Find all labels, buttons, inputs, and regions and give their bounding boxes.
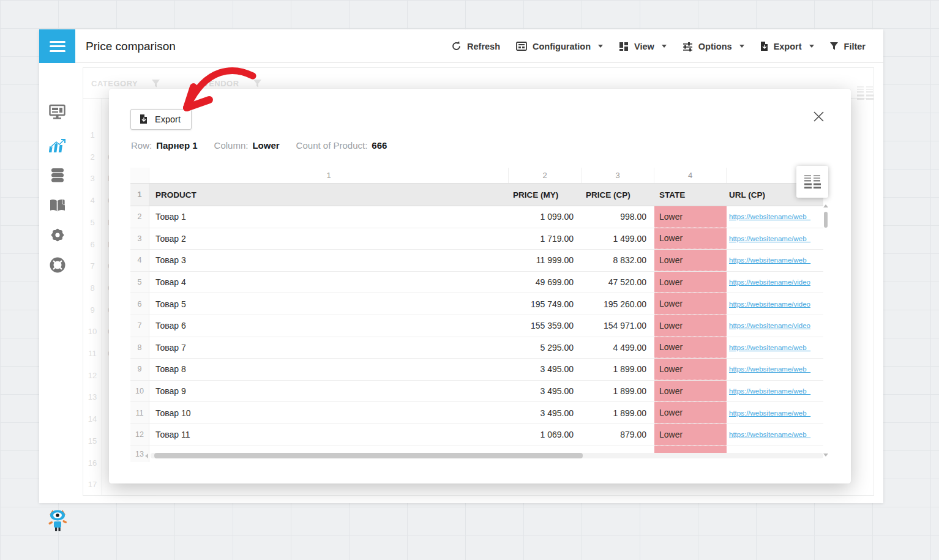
scroll-up-icon[interactable] xyxy=(823,204,828,207)
url-cell: https://websitename/web_ xyxy=(727,250,823,271)
vertical-scroll-thumb[interactable] xyxy=(824,212,828,228)
table-row[interactable]: 5 Товар 4 49 699.00 47 520.00 Lower http… xyxy=(130,272,823,294)
sidebar-item-help[interactable] xyxy=(39,255,75,275)
table-row[interactable]: 8 Товар 7 5 295.00 4 499.00 Lower https:… xyxy=(130,337,823,359)
row-number: 12 xyxy=(130,424,149,446)
page-title: Price comparison xyxy=(86,29,176,63)
table-header-row: 1 PRODUCT PRICE (MY) PRICE (CP) STATE UR… xyxy=(130,184,823,206)
product-cell: Товар 9 xyxy=(149,381,509,402)
column-header-price-cp[interactable]: PRICE (CP) xyxy=(582,184,654,206)
sidebar-item-dashboard[interactable] xyxy=(39,102,75,122)
table-row[interactable]: 11 Товар 10 3 495.00 1 899.00 Lower http… xyxy=(130,402,823,424)
state-badge: Lower xyxy=(654,359,727,380)
summary-count: Count of Product:666 xyxy=(296,140,387,151)
product-url-link[interactable]: https://websitename/video xyxy=(729,301,810,308)
bg-category-header: CATEGORY xyxy=(91,79,138,88)
table-row[interactable]: 12 Товар 11 1 069.00 879.00 Lower https:… xyxy=(130,424,823,446)
product-url-link[interactable]: https://websitename/video xyxy=(729,322,810,329)
column-header-product[interactable]: PRODUCT xyxy=(149,184,509,206)
column-header-price-my[interactable]: PRICE (MY) xyxy=(509,184,582,206)
product-url-link[interactable]: https://websitename/web_ xyxy=(729,431,810,438)
table-row[interactable]: 3 Товар 2 1 719.00 1 499.00 Lower https:… xyxy=(130,228,823,250)
price-cp-cell: 1 899.00 xyxy=(582,359,654,380)
dashboard-icon xyxy=(49,104,65,120)
table-row[interactable]: 10 Товар 9 3 495.00 1 899.00 Lower https… xyxy=(130,381,823,403)
filter-button[interactable]: Filter xyxy=(830,42,866,51)
price-cp-cell: 8 832.00 xyxy=(582,250,654,271)
export-button[interactable]: Export xyxy=(130,109,192,130)
table-row[interactable]: 4 Товар 3 11 999.00 8 832.00 Lower https… xyxy=(130,250,823,272)
hamburger-menu-button[interactable] xyxy=(39,29,75,63)
price-cp-cell: 1 499.00 xyxy=(582,228,654,250)
table-row[interactable]: 7 Товар 6 155 359.00 154 971.00 Lower ht… xyxy=(130,315,823,337)
export-file-icon xyxy=(140,114,148,124)
column-number-strip: 1 2 3 4 xyxy=(130,168,823,184)
chevron-down-icon xyxy=(809,45,814,48)
sidebar-item-settings[interactable] xyxy=(39,225,75,245)
table-row[interactable]: 2 Товар 1 1 099.00 998.00 Lower https://… xyxy=(130,206,823,228)
product-url-link[interactable]: https://websitename/web_ xyxy=(729,344,810,351)
view-button[interactable]: View xyxy=(619,42,667,51)
price-my-cell: 11 999.00 xyxy=(509,250,582,271)
url-cell: https://websitename/web_ xyxy=(727,228,823,250)
product-cell: Товар 1 xyxy=(149,206,509,228)
price-cp-cell: 998.00 xyxy=(582,206,654,228)
state-badge: Lower xyxy=(654,402,727,424)
sidebar-item-catalog[interactable] xyxy=(39,195,75,216)
product-url-link[interactable]: https://websitename/web_ xyxy=(729,213,810,220)
price-my-cell: 155 359.00 xyxy=(509,315,582,337)
table-view-button[interactable] xyxy=(796,166,828,198)
row-number: 4 xyxy=(130,250,149,271)
table-row[interactable]: 6 Товар 5 195 749.00 195 260.00 Lower ht… xyxy=(130,293,823,315)
product-url-link[interactable]: https://websitename/web_ xyxy=(729,387,810,395)
pivot-summary: Row:Парнер 1 Column:Lower Count of Produ… xyxy=(131,140,387,151)
vertical-scrollbar[interactable] xyxy=(823,184,828,462)
horizontal-scrollbar[interactable] xyxy=(151,453,823,458)
table-row[interactable]: 9 Товар 8 3 495.00 1 899.00 Lower https:… xyxy=(130,359,823,381)
product-cell: Товар 3 xyxy=(149,250,509,271)
product-url-link[interactable]: https://websitename/web_ xyxy=(729,235,810,242)
options-button[interactable]: Options xyxy=(683,42,744,51)
sidebar-item-analytics[interactable] xyxy=(39,136,75,157)
price-my-cell: 1 069.00 xyxy=(509,424,582,446)
state-badge: Lower xyxy=(654,293,727,315)
refresh-button[interactable]: Refresh xyxy=(451,41,500,51)
summary-column: Column:Lower xyxy=(214,140,280,151)
help-buoy-icon xyxy=(50,257,65,273)
state-badge: Lower xyxy=(654,206,727,228)
filter-icon xyxy=(152,80,160,88)
url-cell: https://websitename/video xyxy=(727,315,823,337)
refresh-icon xyxy=(451,41,462,51)
product-cell: Товар 10 xyxy=(149,402,509,424)
scroll-down-icon[interactable] xyxy=(823,454,828,457)
price-cp-cell: 1 899.00 xyxy=(582,381,654,402)
price-my-cell: 49 699.00 xyxy=(509,272,582,293)
sidebar-item-database[interactable] xyxy=(39,165,75,185)
product-cell: Товар 4 xyxy=(149,272,509,293)
column-header-state[interactable]: STATE xyxy=(654,184,727,206)
bg-table-view-icon xyxy=(851,78,878,108)
row-number: 7 xyxy=(130,315,149,337)
configuration-button[interactable]: Configuration xyxy=(516,42,603,51)
state-badge: Lower xyxy=(654,272,727,293)
database-icon xyxy=(50,167,65,183)
product-url-link[interactable]: https://websitename/web_ xyxy=(729,409,810,417)
header-menu: Refresh Configuration View xyxy=(451,29,866,63)
product-url-link[interactable]: https://websitename/video xyxy=(729,278,810,286)
scroll-left-icon[interactable] xyxy=(145,454,148,458)
configuration-icon xyxy=(516,42,527,51)
row-number: 2 xyxy=(130,206,149,228)
horizontal-scroll-thumb[interactable] xyxy=(154,453,583,458)
table-view-icon xyxy=(804,174,821,189)
export-modal: Export Row:Парнер 1 Column:Lower Count o… xyxy=(109,89,851,483)
product-cell: Товар 6 xyxy=(149,315,509,337)
price-cp-cell: 154 971.00 xyxy=(582,315,654,337)
state-badge: Lower xyxy=(654,381,727,402)
options-icon xyxy=(683,42,693,51)
mascot-avatar[interactable] xyxy=(46,507,69,533)
product-url-link[interactable]: https://websitename/web_ xyxy=(729,256,810,264)
url-cell: https://websitename/web_ xyxy=(727,359,823,380)
product-url-link[interactable]: https://websitename/web_ xyxy=(729,365,810,373)
export-menu-button[interactable]: Export xyxy=(760,42,814,51)
close-icon[interactable] xyxy=(811,109,826,124)
